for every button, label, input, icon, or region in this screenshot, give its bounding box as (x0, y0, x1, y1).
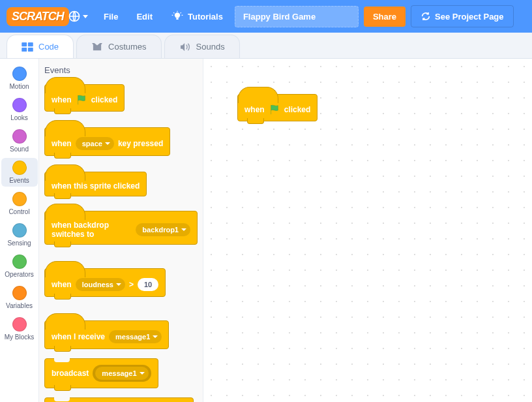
file-menu[interactable]: File (97, 7, 125, 27)
category-color-dot (12, 317, 27, 332)
category-color-dot (12, 286, 27, 300)
category-label: Events (9, 177, 29, 184)
block-category-column: MotionLooksSoundEventsControlSensingOper… (0, 59, 39, 402)
block-text: clicked (284, 105, 311, 114)
block-text: when backdrop switches to (52, 221, 132, 239)
see-project-page-button[interactable]: See Project Page (411, 5, 514, 27)
category-myblocks[interactable]: My Blocks (1, 315, 38, 343)
tab-costumes-label: Costumes (108, 42, 147, 52)
category-color-dot (12, 98, 27, 112)
category-events[interactable]: Events (1, 158, 38, 187)
globe-icon (68, 10, 81, 23)
scripts-workspace[interactable]: when clicked (203, 59, 532, 402)
block-text: broadcast (52, 369, 89, 378)
category-color-dot (12, 67, 27, 81)
backdrop-dropdown[interactable]: backdrop1 (136, 223, 190, 236)
category-label: Operators (5, 271, 33, 278)
block-text: > (129, 280, 134, 289)
lightbulb-icon (171, 10, 184, 23)
scratch-logo-text: SCRATCH (7, 7, 69, 26)
category-label: Sound (10, 146, 29, 153)
category-label: My Blocks (5, 333, 35, 341)
category-motion[interactable]: Motion (1, 64, 38, 93)
threshold-input[interactable]: 10 (138, 278, 158, 291)
block-when-sprite-clicked[interactable]: when this sprite clicked (44, 172, 147, 196)
message-shadow: message1 (93, 365, 151, 382)
block-text: key pressed (118, 139, 163, 148)
tab-code-label: Code (38, 42, 59, 52)
green-flag-icon (76, 94, 87, 106)
tutorials-label: Tutorials (188, 12, 223, 22)
language-selector[interactable] (64, 5, 92, 28)
editor-main: MotionLooksSoundEventsControlSensingOper… (0, 59, 532, 402)
green-flag-icon (269, 104, 280, 116)
costumes-icon (91, 42, 103, 52)
svg-point-1 (175, 12, 180, 18)
message-dropdown[interactable]: message1 (109, 330, 162, 343)
block-text: when (52, 280, 72, 289)
workspace-block-when-flag-clicked[interactable]: when clicked (237, 94, 318, 121)
attribute-dropdown[interactable]: loudness (76, 278, 125, 291)
sounds-icon (179, 42, 191, 52)
top-menubar: SCRATCH File Edit Tutorials Share See Pr… (0, 0, 532, 33)
tutorials-button[interactable]: Tutorials (164, 5, 229, 28)
category-label: Control (8, 208, 29, 215)
category-color-dot (12, 192, 27, 206)
category-sensing[interactable]: Sensing (1, 221, 38, 249)
tab-code[interactable]: Code (7, 35, 74, 58)
key-dropdown[interactable]: space (76, 137, 114, 150)
svg-rect-6 (28, 47, 33, 51)
tab-sounds-label: Sounds (196, 42, 225, 52)
share-button[interactable]: Share (364, 7, 406, 27)
category-color-dot (12, 161, 27, 175)
block-when-key-pressed[interactable]: when space key pressed (44, 127, 170, 156)
block-text: when (52, 139, 72, 148)
code-icon (22, 42, 33, 52)
see-project-label: See Project Page (435, 12, 504, 22)
category-control[interactable]: Control (1, 189, 38, 218)
block-when-flag-clicked[interactable]: when clicked (44, 84, 125, 112)
category-color-dot (12, 129, 27, 144)
svg-rect-3 (22, 42, 27, 46)
category-label: Motion (9, 83, 29, 90)
block-when-backdrop-switches[interactable]: when backdrop switches to backdrop1 (44, 211, 198, 245)
scratch-logo[interactable]: SCRATCH (7, 5, 59, 27)
palette-category-title: Events (44, 65, 198, 75)
tab-sounds[interactable]: Sounds (164, 35, 240, 58)
block-palette[interactable]: Events when clicked when space key press… (39, 59, 203, 402)
block-broadcast[interactable]: broadcast message1 (44, 358, 158, 388)
svg-rect-4 (28, 42, 33, 46)
caret-down-icon (83, 15, 88, 18)
category-color-dot (12, 255, 27, 269)
category-color-dot (12, 223, 27, 238)
editor-tabs: Code Costumes Sounds (0, 33, 532, 59)
svg-rect-2 (176, 18, 178, 20)
block-text: when this sprite clicked (52, 181, 140, 191)
message-dropdown[interactable]: message1 (95, 367, 148, 380)
block-when-loudness-gt[interactable]: when loudness > 10 (44, 268, 166, 297)
category-label: Looks (10, 114, 28, 121)
refresh-icon (421, 11, 431, 22)
category-operators[interactable]: Operators (1, 252, 38, 281)
tab-costumes[interactable]: Costumes (76, 35, 162, 58)
category-label: Sensing (7, 240, 31, 247)
block-text: when I receive (52, 332, 105, 341)
svg-rect-5 (22, 47, 27, 51)
block-when-i-receive[interactable]: when I receive message1 (44, 320, 169, 349)
project-title-input[interactable] (235, 6, 359, 27)
block-text: clicked (91, 95, 118, 104)
block-broadcast-and-wait[interactable]: broadcast message1 and wait (44, 397, 194, 402)
edit-menu[interactable]: Edit (130, 7, 159, 27)
category-sound[interactable]: Sound (1, 127, 38, 155)
category-variables[interactable]: Variables (1, 283, 38, 312)
category-looks[interactable]: Looks (1, 95, 38, 124)
block-text: when (52, 95, 72, 104)
block-text: when (244, 105, 265, 114)
category-label: Variables (6, 302, 33, 309)
